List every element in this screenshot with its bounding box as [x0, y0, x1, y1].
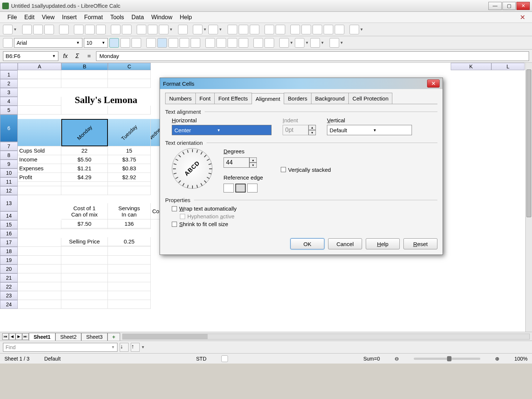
cell-empty[interactable] — [61, 247, 108, 256]
save-icon[interactable] — [33, 25, 43, 34]
cell-empty[interactable] — [108, 186, 151, 195]
cell-empty[interactable] — [18, 238, 61, 247]
cell-empty[interactable] — [61, 106, 108, 115]
zoom-in-button[interactable]: ⊕ — [495, 356, 499, 362]
function-wizard-icon[interactable]: fx — [61, 51, 70, 61]
cell-a6[interactable] — [18, 119, 61, 146]
row-header-7[interactable]: 7 — [0, 142, 18, 151]
row-header-2[interactable]: 2 — [0, 79, 18, 88]
bg-color-icon[interactable] — [295, 38, 304, 48]
cell-empty[interactable] — [108, 265, 151, 273]
paste-icon[interactable] — [159, 25, 168, 34]
tab-numbers[interactable]: Numbers — [165, 93, 196, 104]
cell-empty[interactable] — [18, 97, 61, 106]
find-next-button[interactable]: ↓ — [120, 343, 129, 352]
autospell-icon[interactable] — [122, 25, 132, 34]
tab-font-effects[interactable]: Font Effects — [214, 93, 252, 104]
help-icon[interactable] — [349, 25, 359, 34]
styles-icon[interactable] — [3, 38, 13, 48]
email-icon[interactable] — [44, 25, 54, 34]
menu-window[interactable]: Window — [148, 13, 176, 22]
row-header-13[interactable]: 13 — [0, 195, 18, 211]
tab-first-button[interactable]: ⏮ — [2, 333, 9, 340]
row-header-24[interactable]: 24 — [0, 300, 18, 309]
cell-b10[interactable]: $4.29 — [61, 173, 108, 182]
cell-c9[interactable]: $0.83 — [108, 164, 151, 173]
cell-empty[interactable] — [108, 300, 151, 309]
find-overflow[interactable]: ▼ — [141, 345, 145, 349]
shrink-checkbox[interactable] — [172, 222, 177, 227]
menu-tools[interactable]: Tools — [106, 13, 127, 22]
borders-icon[interactable] — [279, 38, 289, 48]
row-header-8[interactable]: 8 — [0, 151, 18, 160]
align-left-icon[interactable] — [146, 38, 156, 48]
remove-decimal-icon[interactable] — [239, 38, 248, 48]
font-color-icon[interactable] — [310, 38, 320, 48]
cell-b13[interactable]: Cost of 1 Can of mix — [61, 203, 108, 219]
hyperlink-icon[interactable] — [228, 25, 237, 34]
menu-view[interactable]: View — [38, 13, 58, 22]
gallery-icon[interactable] — [290, 25, 300, 34]
row-header-12[interactable]: 12 — [0, 186, 18, 195]
ok-button[interactable]: OK — [290, 238, 324, 249]
cell-empty[interactable] — [108, 79, 151, 88]
cell-empty[interactable] — [18, 256, 61, 265]
row-header-5[interactable]: 5 — [0, 106, 18, 115]
new-icon[interactable] — [3, 25, 13, 34]
undo-icon[interactable] — [193, 25, 202, 34]
increase-indent-icon[interactable] — [265, 38, 274, 48]
col-header-c[interactable]: C — [108, 63, 151, 70]
cell-c13[interactable]: Servings In can — [108, 203, 151, 219]
col-header-l[interactable]: L — [491, 63, 525, 70]
datasources-icon[interactable] — [301, 25, 311, 34]
currency-icon[interactable] — [205, 38, 215, 48]
open-icon[interactable] — [22, 25, 32, 34]
row-header-6[interactable]: 6 — [0, 115, 18, 142]
ref-edge-inside[interactable] — [247, 184, 258, 192]
cell-reference-input[interactable]: B6:F6▼ — [3, 51, 58, 61]
export-pdf-icon[interactable] — [74, 25, 83, 34]
cell-empty[interactable] — [108, 70, 151, 79]
align-right-icon[interactable] — [168, 38, 178, 48]
cell-empty[interactable] — [18, 247, 61, 256]
add-sheet-button[interactable]: + — [108, 333, 120, 341]
cell-empty[interactable] — [18, 291, 61, 300]
row-header-11[interactable]: 11 — [0, 177, 18, 186]
horizontal-combo[interactable]: Center▼ — [172, 125, 272, 135]
dialog-close-button[interactable]: ✕ — [427, 79, 440, 88]
row-header-10[interactable]: 10 — [0, 168, 18, 177]
cell-a7[interactable]: Cups Sold — [18, 146, 61, 155]
maximize-button[interactable]: ▢ — [502, 2, 516, 10]
sheet-tab-1[interactable]: Sheet1 — [29, 333, 55, 341]
cell-c8[interactable]: $3.75 — [108, 155, 151, 164]
preview-icon[interactable] — [96, 25, 106, 34]
col-header-b[interactable]: B — [61, 63, 108, 70]
zoom-value[interactable]: 100% — [514, 356, 528, 362]
wrap-text-checkbox[interactable] — [172, 206, 177, 211]
sort-desc-icon[interactable] — [250, 25, 259, 34]
orientation-dial[interactable]: ABCD — [172, 148, 212, 189]
menu-insert[interactable]: Insert — [58, 13, 81, 22]
row-header-3[interactable]: 3 — [0, 88, 18, 97]
zoom-out-button[interactable]: ⊖ — [395, 356, 399, 362]
cell-b8[interactable]: $5.50 — [61, 155, 108, 164]
cell-empty[interactable] — [108, 291, 151, 300]
cell-c6[interactable]: Tuesday — [108, 119, 151, 146]
sum-icon[interactable]: Σ — [72, 51, 82, 61]
cell-b7[interactable]: 22 — [61, 146, 108, 155]
row-header-4[interactable]: 4 — [0, 97, 18, 106]
row-header-9[interactable]: 9 — [0, 160, 18, 168]
close-document-button[interactable]: ✕ — [517, 13, 528, 21]
cell-empty[interactable] — [61, 265, 108, 273]
reset-button[interactable]: Reset — [403, 238, 437, 249]
cell-empty[interactable] — [108, 256, 151, 265]
cell-empty[interactable] — [18, 70, 61, 79]
cell-c10[interactable]: $2.92 — [108, 173, 151, 182]
cell-empty[interactable] — [108, 247, 151, 256]
font-name-combo[interactable]: Arial▼ — [14, 38, 82, 48]
menu-data[interactable]: Data — [128, 13, 148, 22]
find-prev-button[interactable]: ↑ — [131, 343, 140, 352]
row-header-23[interactable]: 23 — [0, 291, 18, 300]
degrees-spinner[interactable]: 44 ▲▼ — [224, 157, 263, 168]
cell-c14[interactable]: 136 — [108, 219, 151, 228]
